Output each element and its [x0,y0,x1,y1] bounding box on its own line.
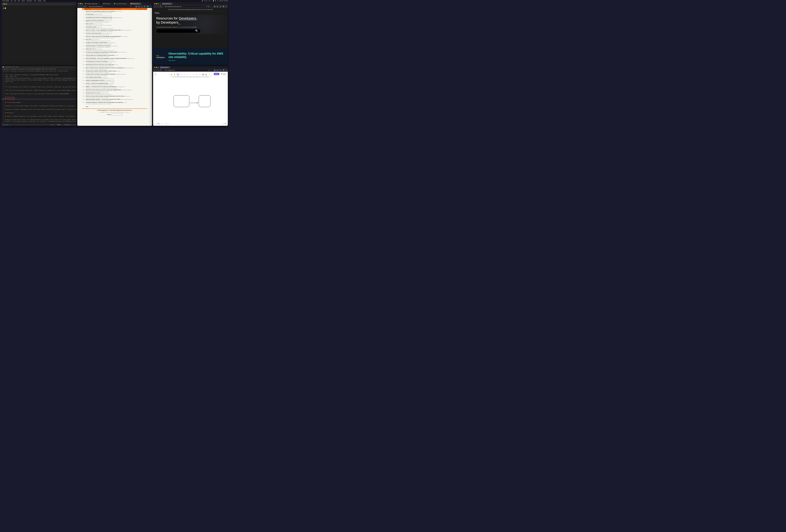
tab-overflow-icon[interactable]: ⌄ [143,3,145,4]
back-button[interactable]: ← [154,69,156,71]
hn-story-title[interactable]: IronCalc – Open-Source Spreadsheet Engin… [86,83,108,84]
upvote-icon[interactable]: ▲ [85,45,86,47]
hn-story-subtext[interactable]: 141 points by nsompanidis 15 hours ago |… [82,50,147,51]
mdn-logo[interactable]: ///mdn_ [153,11,228,15]
new-tab-button[interactable]: + [141,3,143,4]
url-bar[interactable]: 🛡 🔒 developer.mozilla.org/en-US/ ⊞ ▤ ☆ [163,5,213,7]
hn-story-subtext[interactable]: 94 points by Gordon01 5 hours ago | flag… [82,16,147,16]
minimize-button[interactable] [156,67,157,68]
extension-icon[interactable]: ◐ [216,69,218,71]
menu-tools[interactable]: Tools [33,0,36,1]
hn-story-subtext[interactable]: 140 points by peter_d_sherman 57 minutes… [82,88,147,89]
hn-story-domain[interactable]: (shipilev.net) [97,27,102,27]
hn-story-subtext[interactable]: 63 points by ksec 2 hours ago | flag | h… [82,22,147,23]
battery-icon[interactable]: 🁢 [213,0,214,2]
close-button[interactable] [78,3,79,4]
hn-story-domain[interactable]: (developer.mozilla.org) [94,23,103,24]
menu-bookmarks[interactable]: Bookmarks [27,0,32,1]
hn-story-domain[interactable]: (self-issued.info) [115,11,122,12]
hn-story-domain[interactable]: (petercollingridge.co.uk) [104,80,114,81]
hn-story-domain[interactable]: (opencoder-llm.github.io) [121,89,132,90]
spotlight-icon[interactable]: 🔍 [215,0,216,2]
upvote-icon[interactable]: ▲ [85,32,86,34]
zoom-out-button[interactable]: − [154,122,157,125]
hn-story-title[interactable]: Show HN: I made a tiny device for automa… [86,36,121,37]
browser-tab[interactable]: I love native desktop a...× [113,3,130,5]
close-tab-icon[interactable]: × [168,67,169,68]
hn-story-title[interactable]: Honeybee gene specifies collective behav… [86,70,116,71]
maximize-button[interactable] [158,67,159,68]
upvote-icon[interactable]: ▲ [85,95,86,97]
editor-tabbar[interactable]: posts/why_i_switched_to_aerospace_tiling… [2,68,76,70]
hn-story-subtext[interactable]: 74 points by chipweinberger 3 hours ago … [82,38,147,38]
hn-story-domain[interactable]: (swapnilchauhan.com) [112,17,122,18]
url-bar[interactable]: 🛡 🔒 news.ycombinator.com ⊞ ☆ [87,5,135,7]
browser-tab[interactable]: MDN Web Docs× [100,3,113,5]
upvote-icon[interactable]: ▲ [85,83,86,85]
hn-story-subtext[interactable]: 10 points by mooreds 2 hours ago | flag … [82,34,147,35]
new-tab-button[interactable]: + [170,67,172,68]
learn-more-link[interactable]: Learn more › [168,60,225,61]
hn-story-subtext[interactable]: 52 points by mooreds 3 hours ago | flag … [82,25,147,26]
qr-icon[interactable]: ⊞ [130,6,132,7]
shield-icon[interactable]: 🛡 [163,6,165,7]
search-icon[interactable]: 🔍 [195,29,199,32]
upvote-icon[interactable]: ▲ [85,10,86,12]
hn-story-title[interactable]: Typesetting Engines: A Programmer's Pers… [86,45,110,46]
css-link[interactable]: CSS [177,27,179,28]
hn-story-domain[interactable]: (github.com/infinition) [124,67,134,68]
menu-icon[interactable]: ≡ [226,69,227,71]
status-icon[interactable]: ⊞ [209,0,210,2]
editor-tab[interactable]: posts/why_i_switched_to_aerospace_tiling… [3,68,56,70]
forward-button[interactable]: → [81,6,83,7]
shield-icon[interactable]: 🛡 [88,6,89,7]
upvote-icon[interactable]: ▲ [85,17,86,18]
hn-story-subtext[interactable]: 44 points by PeterWhittaker 2 hours ago … [82,78,147,79]
hn-story-subtext[interactable]: 164 points by mooreds 4 hours ago | flag… [82,12,147,13]
editor-code-area[interactable]: 16---15title: 'Why I Switched to Aerospa… [2,72,76,125]
hn-story-domain[interactable]: (github.com/bhavnicksm) [121,30,132,31]
zoom-level[interactable]: 64% [157,123,160,125]
extension-icon[interactable]: ▣ [135,6,137,7]
forward-button[interactable]: → [157,6,159,7]
hn-story-title[interactable]: Procrastination and the fear of not bein… [86,17,112,18]
upvote-icon[interactable]: ▲ [85,92,86,94]
upvote-icon[interactable]: ▲ [85,23,86,25]
hn-story-subtext[interactable]: 97 points by mfn 9 hours ago | flag | hi… [82,97,147,98]
close-tab-icon[interactable]: × [139,3,140,4]
js-link[interactable]: JavaScript [185,27,191,28]
url-bar[interactable]: 🛡 🔒 excalidraw.com ⊞ ☆ [163,69,213,71]
hn-story-title[interactable]: Mind-Bending Soviet Era Oil Rig City on … [86,64,114,65]
hn-story-title[interactable]: The history of the epigraph from Appoint… [86,51,117,53]
hn-story-domain[interactable]: (rust-lang.org) [101,77,108,78]
excalidraw-canvas-area[interactable]: ≡ 🔒 ✋ ▻ □ ◇ ○ → — ✎ A 🖼 ◧ ⚬ Share 📚Libra… [153,72,228,126]
status-icon[interactable]: ◐ [206,0,207,2]
upvote-icon[interactable]: ▲ [85,80,86,81]
hn-story-title[interactable]: Dobble (The Mathematics Of) (2018) [86,80,104,81]
upvote-icon[interactable]: ▲ [85,73,86,75]
upvote-icon[interactable]: ▲ [85,36,86,37]
extension-icon[interactable]: ⊙ [141,6,143,7]
upvote-icon[interactable]: ▲ [85,54,86,56]
extensions-icon[interactable]: 🧩 [222,6,225,7]
hn-story-domain[interactable]: (grantslatton.com) [104,20,112,21]
hn-story-subtext[interactable]: 157 points by swapsular 3 hours ago | fl… [82,19,147,20]
extension-icon[interactable]: ◐ [216,6,218,7]
account-icon[interactable]: 👤 [219,6,222,7]
hn-more-link[interactable]: More [82,106,147,107]
hn-footer-links[interactable]: Guidelines | FAQ | Lists | API | Securit… [82,112,147,113]
html-link[interactable]: HTML [180,27,183,28]
hn-story-subtext[interactable]: 103 points by lichtenberger 4 hours ago … [82,28,147,29]
bookmark-star-icon[interactable]: ☆ [210,6,212,7]
hn-story-subtext[interactable]: 627 points by keethisnow 1 day ago | fla… [82,85,147,86]
close-tab-icon[interactable]: × [98,3,98,4]
hn-story-title[interactable]: Algorithms We Develop Software By [86,20,103,21]
bookmark-star-icon[interactable]: ☆ [132,6,134,7]
hn-story-subtext[interactable]: 67 points by F_J8ls 5 hours ago | flag |… [82,47,147,48]
hn-story-subtext[interactable]: 7 points by unixha 2 hours ago | flag | … [82,69,147,70]
hn-story-domain[interactable]: (microsoft.com) [96,49,102,49]
hn-story-subtext[interactable]: 194 points by mgerardo 14 hours ago | fl… [82,66,147,67]
mdn-search-input[interactable]: 🔍 [156,29,200,33]
close-button[interactable] [154,3,155,4]
chat-button[interactable]: 💬 [224,122,227,125]
